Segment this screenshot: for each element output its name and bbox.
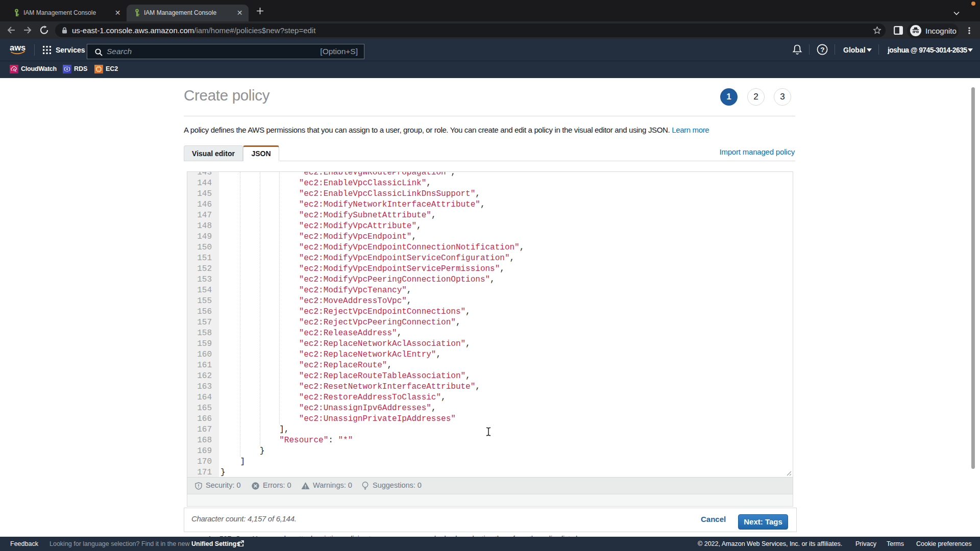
svg-text:aws: aws xyxy=(10,43,26,52)
svg-text:?: ? xyxy=(820,46,824,54)
